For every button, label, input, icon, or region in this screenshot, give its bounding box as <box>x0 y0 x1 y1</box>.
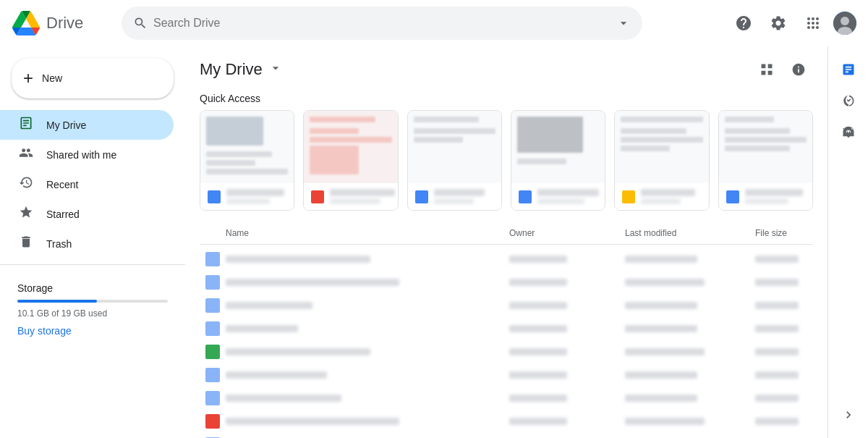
new-button[interactable]: + New <box>12 58 174 98</box>
file-size-col <box>755 392 813 405</box>
file-name-text <box>226 418 399 425</box>
file-size-text <box>755 279 799 286</box>
file-row[interactable] <box>200 294 813 317</box>
shared-icon <box>17 146 35 164</box>
grid-view-btn[interactable] <box>752 55 781 84</box>
file-modified-col <box>625 368 755 382</box>
avatar[interactable] <box>833 12 856 35</box>
buy-storage-link[interactable]: Buy storage <box>17 325 72 337</box>
file-modified-col <box>625 415 755 428</box>
file-name-text <box>226 302 312 309</box>
file-size-col <box>755 345 813 358</box>
file-row[interactable] <box>200 363 813 387</box>
quick-card-3[interactable] <box>407 110 502 211</box>
starred-icon <box>17 205 35 223</box>
file-icon <box>200 368 226 382</box>
recent-icon <box>17 175 35 193</box>
file-name-text <box>226 256 370 263</box>
file-name-col <box>226 279 509 286</box>
file-owner-text <box>509 256 567 263</box>
quick-card-thumb-2 <box>304 111 397 183</box>
file-row[interactable] <box>200 317 813 340</box>
file-name-text <box>226 279 399 286</box>
quick-card-4[interactable] <box>511 110 605 211</box>
sidebar-item-shared-label: Shared with me <box>46 149 116 161</box>
info-btn[interactable] <box>784 55 813 84</box>
content-title: My Drive <box>200 60 263 79</box>
file-size-col <box>755 276 813 289</box>
quick-card-thumb-6 <box>719 111 812 183</box>
quick-access-label: Quick Access <box>185 90 827 110</box>
content-title-dropdown[interactable] <box>268 61 283 79</box>
file-modified-col <box>625 276 755 289</box>
sidebar-item-starred[interactable]: Starred <box>0 199 174 229</box>
file-modified-col <box>625 322 755 335</box>
file-icon <box>200 345 226 359</box>
quick-card-thumb-1 <box>200 111 294 183</box>
quick-card-6[interactable] <box>718 110 813 211</box>
right-panel-chevron-icon <box>841 408 856 422</box>
right-panel-notification-btn[interactable] <box>834 119 863 148</box>
file-owner-col <box>509 276 625 289</box>
storage-bar-fill <box>17 300 97 303</box>
file-owner-text <box>509 395 567 402</box>
file-size-col <box>755 368 813 382</box>
right-panel-activity-btn[interactable] <box>834 87 863 116</box>
file-row[interactable] <box>200 387 813 410</box>
quick-card-info-4 <box>511 183 605 210</box>
quick-card-info-5 <box>615 183 708 210</box>
quick-card-5[interactable] <box>614 110 709 211</box>
file-modified-col <box>625 253 755 266</box>
sidebar-item-shared[interactable]: Shared with me <box>0 140 174 169</box>
avatar-image <box>833 12 856 35</box>
search-dropdown-icon[interactable] <box>616 16 631 30</box>
col-header-size: File size <box>755 228 813 238</box>
file-row[interactable] <box>200 340 813 363</box>
file-modified-text <box>625 348 705 355</box>
quick-card-info-6 <box>719 183 812 210</box>
search-input[interactable] <box>153 17 610 30</box>
sidebar-item-my-drive[interactable]: My Drive <box>0 110 174 140</box>
file-owner-col <box>509 392 625 405</box>
file-size-text <box>755 302 799 309</box>
file-row[interactable] <box>200 433 813 438</box>
activity-panel-icon <box>841 94 856 109</box>
file-size-col <box>755 253 813 266</box>
right-panel <box>827 46 868 438</box>
file-row[interactable] <box>200 248 813 271</box>
svg-rect-3 <box>23 120 29 122</box>
search-bar <box>122 7 642 40</box>
settings-icon-btn[interactable] <box>764 9 793 38</box>
quick-card-info-2 <box>304 183 397 210</box>
main-layout: + New My Drive Shared with me Recent <box>0 46 868 438</box>
sidebar-item-starred-label: Starred <box>46 209 80 220</box>
content-title-area: My Drive <box>200 60 283 79</box>
file-name-text <box>226 371 327 379</box>
quick-card-1[interactable] <box>200 110 294 211</box>
file-modified-text <box>625 371 697 379</box>
file-owner-col <box>509 253 625 266</box>
sidebar-item-trash-label: Trash <box>46 238 72 250</box>
right-panel-add-btn[interactable] <box>834 400 863 429</box>
quick-card-2[interactable] <box>303 110 398 211</box>
info-icon <box>791 62 806 77</box>
topbar-right <box>729 9 856 38</box>
right-panel-details-btn[interactable] <box>834 55 863 84</box>
storage-section: Storage 10.1 GB of 19 GB used Buy storag… <box>0 271 185 349</box>
file-modified-text <box>625 256 697 263</box>
sidebar-item-trash[interactable]: Trash <box>0 229 174 258</box>
apps-icon-btn[interactable] <box>799 9 827 38</box>
file-owner-col <box>509 322 625 335</box>
content-header: My Drive <box>185 46 827 90</box>
quick-card-info-3 <box>408 183 501 210</box>
quick-card-thumb-3 <box>408 111 501 183</box>
file-type-icon-3 <box>415 190 428 203</box>
file-size-text <box>755 348 799 355</box>
file-icon-color <box>205 275 220 290</box>
file-row[interactable] <box>200 271 813 294</box>
sidebar-item-recent[interactable]: Recent <box>0 169 174 199</box>
col-header-name: Name <box>226 228 509 238</box>
svg-rect-5 <box>23 125 27 127</box>
support-icon-btn[interactable] <box>729 9 758 38</box>
file-row[interactable] <box>200 410 813 433</box>
